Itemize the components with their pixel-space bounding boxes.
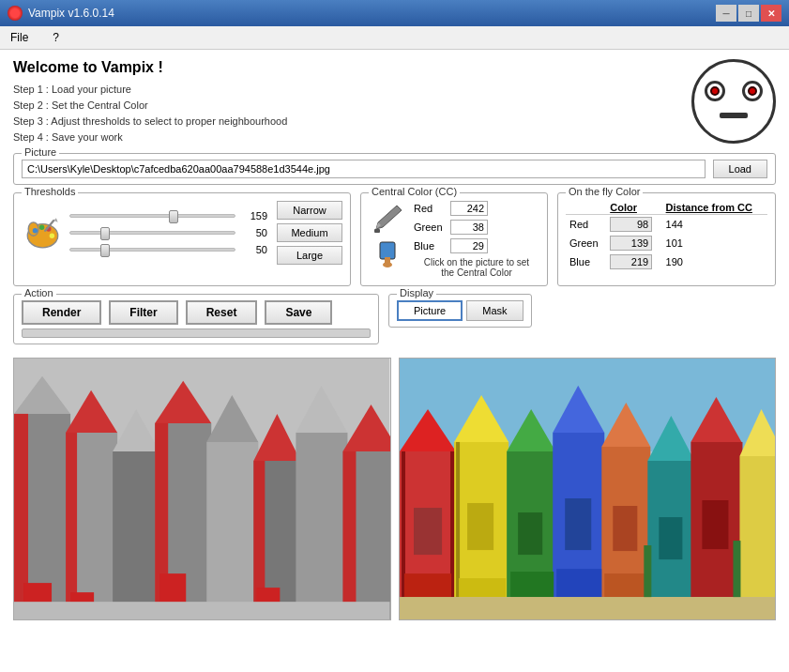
- thresh-buttons: Narrow Medium Large: [277, 201, 342, 265]
- thresholds-label: Thresholds: [22, 186, 78, 197]
- grayscale-image: [14, 359, 390, 619]
- minimize-button[interactable]: ─: [716, 5, 736, 22]
- otf-red-dist: 144: [662, 215, 767, 235]
- file-row: Load: [22, 160, 767, 178]
- logo-eyes: [696, 64, 771, 101]
- mask-button[interactable]: Mask: [466, 300, 523, 321]
- cc-description: Click on the picture to setthe Central C…: [414, 257, 539, 278]
- svg-rect-19: [113, 451, 159, 619]
- filter-button[interactable]: Filter: [109, 300, 177, 325]
- svg-rect-55: [565, 498, 591, 550]
- svg-point-2: [33, 228, 38, 233]
- otf-col-color: Color: [606, 201, 661, 215]
- welcome-title: Welcome to Vampix !: [13, 59, 287, 76]
- slider-thumb-2[interactable]: [100, 227, 110, 240]
- reset-button[interactable]: Reset: [186, 300, 258, 325]
- action-display-row: Action Render Filter Reset Save Display …: [13, 294, 776, 352]
- otf-red-label: Red: [566, 215, 606, 235]
- large-button[interactable]: Large: [277, 246, 342, 265]
- step-1: Step 1 : Load your picture: [13, 82, 287, 98]
- svg-rect-52: [518, 512, 542, 555]
- cc-green-input[interactable]: [450, 220, 488, 235]
- slider-thumb-3[interactable]: [100, 244, 110, 257]
- medium-button[interactable]: Medium: [277, 223, 342, 242]
- slider-track-1[interactable]: [69, 214, 235, 218]
- slider-row-1: 159: [69, 210, 267, 221]
- otf-green-input[interactable]: [610, 236, 652, 251]
- display-buttons: Picture Mask: [397, 300, 523, 321]
- slider-value-3: 50: [239, 244, 267, 255]
- palette-icon: [22, 212, 64, 254]
- thresholds-content: 159 50 50: [22, 201, 342, 265]
- svg-rect-58: [613, 506, 637, 551]
- picture-button[interactable]: Picture: [397, 300, 463, 321]
- otf-row-blue: Blue 190: [566, 252, 767, 271]
- step-2: Step 2 : Set the Central Color: [13, 98, 287, 114]
- menu-file[interactable]: File: [4, 28, 35, 47]
- close-button[interactable]: ✕: [761, 5, 781, 22]
- cc-red-label: Red: [414, 203, 447, 214]
- logo-eye-left: [705, 81, 725, 101]
- cc-green-label: Green: [414, 221, 447, 233]
- title-bar: Vampix v1.6.0.14 ─ □ ✕: [0, 0, 789, 26]
- cc-blue-input[interactable]: [450, 238, 488, 253]
- logo-mouth: [720, 113, 748, 118]
- cc-red-input[interactable]: [450, 201, 488, 216]
- file-path-input[interactable]: [22, 160, 706, 178]
- step-3: Step 3 : Adjust thresholds to select to …: [13, 114, 287, 130]
- load-button[interactable]: Load: [713, 160, 767, 178]
- cc-values: Red Green Blue Click on the picture to s…: [414, 201, 539, 278]
- otf-label: On the fly Color: [566, 186, 643, 197]
- otf-table: Color Distance from CC Red 144 Green 101: [566, 201, 767, 271]
- svg-point-5: [50, 233, 54, 237]
- image-panel-left[interactable]: [13, 358, 391, 620]
- action-buttons: Render Filter Reset Save: [22, 300, 371, 325]
- cc-red-row: Red: [414, 201, 539, 216]
- save-button[interactable]: Save: [265, 300, 332, 325]
- central-color-section: Central Color (CC): [360, 192, 548, 286]
- title-bar-text: Vampix v1.6.0.14: [28, 7, 716, 20]
- svg-rect-49: [467, 503, 493, 550]
- menu-help[interactable]: ?: [46, 28, 66, 47]
- logo: [691, 59, 776, 144]
- central-color-label: Central Color (CC): [369, 186, 460, 197]
- svg-point-13: [383, 262, 392, 267]
- action-label: Action: [22, 287, 56, 298]
- sliders-area: 159 50 50: [69, 210, 267, 255]
- otf-blue-label: Blue: [566, 252, 606, 271]
- otf-blue-dist: 190: [662, 252, 767, 271]
- svg-rect-46: [414, 508, 442, 555]
- otf-red-input[interactable]: [610, 217, 652, 232]
- maximize-button[interactable]: □: [738, 5, 759, 22]
- slider-track-3[interactable]: [69, 248, 235, 252]
- brush-icon: [369, 240, 406, 268]
- svg-rect-35: [342, 451, 356, 619]
- controls-row: Thresholds: [13, 192, 776, 286]
- otf-col-label: [566, 201, 606, 215]
- main-content: Welcome to Vampix ! Step 1 : Load your p…: [0, 50, 789, 672]
- otf-green-label: Green: [566, 234, 606, 252]
- picture-section: Picture Load: [13, 153, 776, 185]
- narrow-button[interactable]: Narrow: [277, 201, 342, 220]
- render-button[interactable]: Render: [22, 300, 101, 325]
- cc-content: Red Green Blue Click on the picture to s…: [369, 201, 539, 278]
- svg-rect-23: [206, 442, 258, 619]
- display-section: Display Picture Mask: [388, 294, 532, 328]
- slider-track-2[interactable]: [69, 231, 235, 235]
- otf-blue-input[interactable]: [610, 254, 652, 269]
- otf-row-red: Red 144: [566, 215, 767, 235]
- svg-rect-27: [296, 433, 347, 619]
- otf-row-green: Green 101: [566, 234, 767, 252]
- picture-label: Picture: [22, 146, 59, 158]
- slider-thumb-1[interactable]: [169, 210, 178, 223]
- slider-row-2: 50: [69, 227, 267, 238]
- image-panel-right[interactable]: [399, 358, 777, 620]
- svg-rect-74: [604, 573, 647, 597]
- cc-blue-label: Blue: [414, 240, 447, 252]
- header-area: Welcome to Vampix ! Step 1 : Load your p…: [13, 59, 776, 145]
- menu-bar: File ?: [0, 26, 789, 50]
- app-icon: [8, 6, 23, 21]
- slider-value-2: 50: [239, 227, 267, 238]
- cc-green-row: Green: [414, 220, 539, 235]
- otf-blue-value: [606, 252, 661, 271]
